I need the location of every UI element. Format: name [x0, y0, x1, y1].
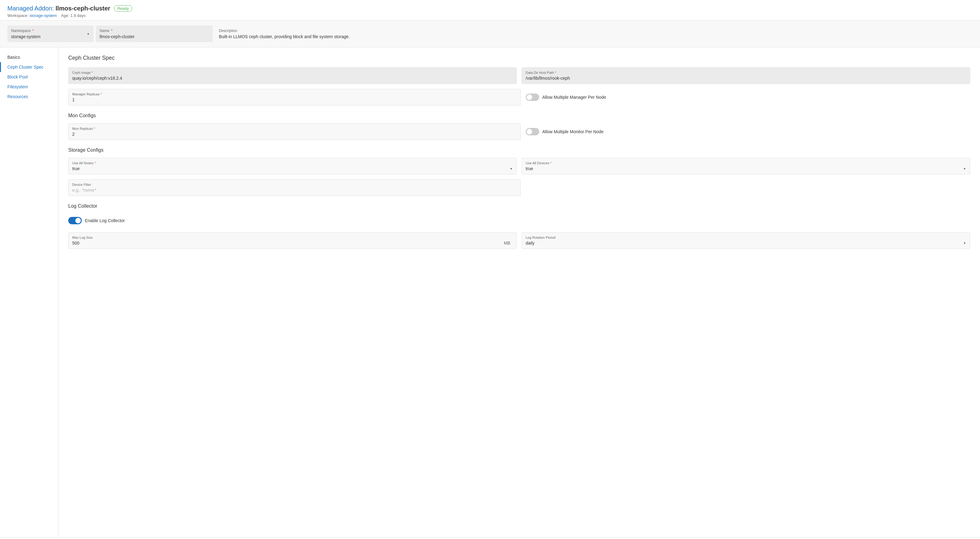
storage-configs-title: Storage Configs	[68, 147, 970, 153]
description-input[interactable]	[219, 34, 969, 39]
use-all-nodes-group: Use All Nodes * true false ▼	[68, 158, 517, 174]
manager-row: Manager Replicas * Allow Multiple Manage…	[68, 89, 970, 105]
device-filter-label: Device Filter	[72, 183, 517, 187]
mb-suffix: MB	[503, 241, 513, 246]
mon-replicas-label: Mon Replicas *	[72, 127, 517, 131]
manager-replicas-label: Manager Replicas *	[72, 92, 517, 96]
allow-multiple-manager-toggle[interactable]	[526, 94, 539, 101]
addon-name: llmos-ceph-cluster	[56, 5, 110, 12]
sidebar: Basics Ceph Cluster Spec Block Pool File…	[0, 47, 59, 537]
description-field: Description	[215, 26, 973, 42]
storage-row1: Use All Nodes * true false ▼ Use All Dev…	[68, 158, 970, 174]
log-rotation-select[interactable]: daily weekly monthly	[526, 241, 966, 246]
manager-replicas-input[interactable]	[72, 97, 517, 102]
device-filter-input[interactable]	[72, 188, 517, 193]
top-form: Namespace * storage-system ▼ Name * Desc…	[0, 21, 980, 47]
workspace-link[interactable]: storage-system	[30, 13, 57, 18]
page-header: Managed Addon: llmos-ceph-cluster Ready …	[0, 0, 980, 21]
enable-log-collector-label: Enable Log Collector	[85, 218, 125, 223]
use-all-devices-group: Use All Devices * true false ▼	[522, 158, 970, 174]
log-row: Max Log Size MB Log Rotation Period dail…	[68, 232, 970, 249]
mon-replicas-input[interactable]	[72, 132, 517, 137]
mon-replicas-group: Mon Replicas *	[68, 123, 521, 140]
ceph-image-row: Ceph Image * Data Dir Host Path *	[68, 67, 970, 84]
name-label: Name *	[100, 29, 209, 33]
log-collector-toggle-row: Enable Log Collector	[68, 214, 970, 227]
workspace-label: Workspace:	[7, 13, 28, 18]
device-filter-row: Device Filter	[68, 179, 970, 196]
header-title-row: Managed Addon: llmos-ceph-cluster Ready	[7, 5, 973, 12]
description-label: Description	[219, 29, 969, 33]
allow-multiple-manager-label: Allow Multiple Manager Per Node	[542, 95, 606, 100]
sidebar-item-basics[interactable]: Basics	[0, 52, 58, 62]
data-dir-group: Data Dir Host Path *	[522, 67, 970, 84]
data-dir-input[interactable]	[526, 76, 966, 81]
log-rotation-label: Log Rotation Period	[526, 236, 966, 239]
mon-configs-title: Mon Configs	[68, 113, 970, 118]
device-filter-group: Device Filter	[68, 179, 521, 196]
use-all-nodes-label: Use All Nodes *	[72, 161, 513, 165]
allow-multiple-monitor-toggle[interactable]	[526, 128, 539, 136]
age-label: Age: 1.9 days	[61, 13, 86, 18]
data-dir-label: Data Dir Host Path *	[526, 71, 966, 75]
sidebar-item-filesystem[interactable]: Filesystem	[0, 82, 58, 92]
allow-multiple-manager-row: Allow Multiple Manager Per Node	[526, 89, 970, 105]
allow-multiple-monitor-label: Allow Multiple Monitor Per Node	[542, 129, 603, 134]
namespace-select[interactable]: storage-system	[11, 34, 90, 39]
enable-log-collector-row: Enable Log Collector	[68, 214, 970, 227]
use-all-nodes-select[interactable]: true false	[72, 166, 513, 171]
ceph-image-group: Ceph Image *	[68, 67, 517, 84]
toggle-slider	[526, 94, 539, 101]
use-all-devices-select[interactable]: true false	[526, 166, 966, 171]
sidebar-item-block-pool[interactable]: Block Pool	[0, 72, 58, 82]
allow-multiple-monitor-row: Allow Multiple Monitor Per Node	[526, 123, 970, 140]
page-title: Managed Addon: llmos-ceph-cluster	[7, 5, 110, 12]
log-collector-title: Log Collector	[68, 203, 970, 209]
monitor-toggle-slider	[526, 128, 539, 136]
max-log-size-label: Max Log Size	[72, 236, 513, 239]
use-all-devices-label: Use All Devices *	[526, 161, 966, 165]
mon-row: Mon Replicas * Allow Multiple Monitor Pe…	[68, 123, 970, 140]
main-layout: Basics Ceph Cluster Spec Block Pool File…	[0, 47, 980, 537]
footer: Cancel Edit as YAML Save	[0, 537, 980, 539]
status-badge: Ready	[114, 5, 132, 12]
section-title: Ceph Cluster Spec	[68, 55, 970, 61]
content-area: Ceph Cluster Spec Ceph Image * Data Dir …	[59, 47, 980, 537]
sidebar-item-resources[interactable]: Resources	[0, 92, 58, 102]
max-log-size-group: Max Log Size MB	[68, 232, 517, 249]
ceph-image-label: Ceph Image *	[72, 71, 513, 75]
enable-log-collector-toggle[interactable]	[68, 217, 82, 224]
sidebar-item-ceph-cluster-spec[interactable]: Ceph Cluster Spec	[0, 62, 58, 72]
log-collector-toggle-slider	[68, 217, 82, 224]
manager-replicas-group: Manager Replicas *	[68, 89, 521, 105]
log-rotation-group: Log Rotation Period daily weekly monthly…	[522, 232, 970, 249]
namespace-field: Namespace * storage-system ▼	[7, 26, 94, 42]
name-field: Name *	[96, 26, 213, 42]
name-input[interactable]	[100, 34, 209, 39]
namespace-label: Namespace *	[11, 29, 90, 33]
title-prefix: Managed Addon:	[7, 5, 54, 12]
header-meta: Workspace: storage-system Age: 1.9 days	[7, 13, 973, 18]
max-log-size-input[interactable]	[72, 241, 503, 246]
ceph-image-input[interactable]	[72, 76, 513, 81]
max-log-size-input-row: MB	[72, 241, 513, 246]
